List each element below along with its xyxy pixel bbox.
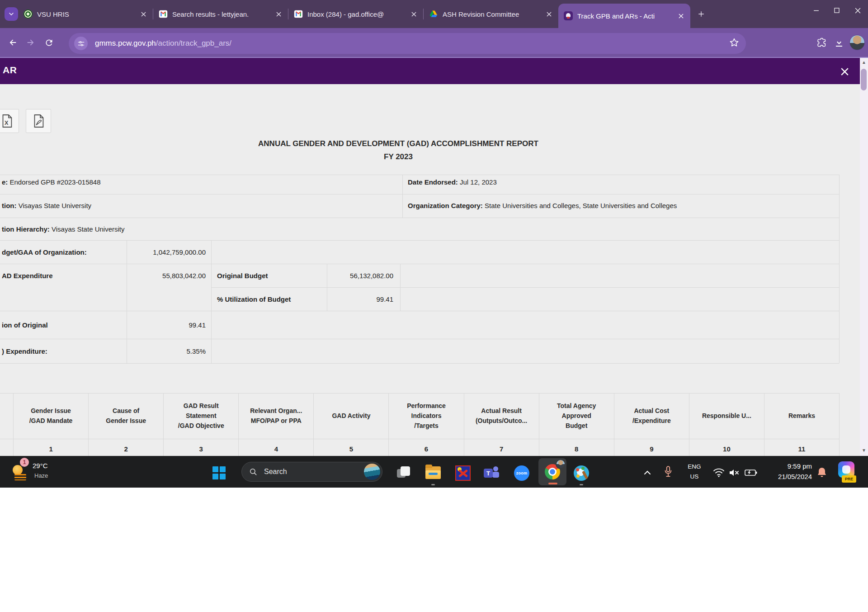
plus-icon (697, 10, 705, 18)
star-icon (729, 37, 740, 48)
modal-close-button[interactable] (837, 64, 852, 79)
divider (211, 240, 212, 363)
taskbar-search[interactable]: Search (241, 462, 382, 482)
divider (0, 311, 839, 311)
language-indicator[interactable]: ENG US (684, 462, 705, 481)
tab-close-icon[interactable] (274, 9, 283, 19)
url-path: /action/track_gpb_ars/ (156, 39, 231, 47)
tab-title: Search results - lettyjean. (172, 10, 270, 18)
search-placeholder: Search (264, 468, 287, 476)
column-number: 10 (689, 439, 764, 456)
downloads-button[interactable] (830, 33, 848, 52)
column-header: GAD Activity (313, 394, 388, 439)
tab-close-icon[interactable] (138, 9, 148, 19)
tab-search-results[interactable]: Search results - lettyjean. (153, 4, 288, 24)
url-domain: gmms.pcw.gov.ph (95, 39, 156, 47)
column-header: Cause of Gender Issue (88, 394, 163, 439)
divider (0, 194, 839, 195)
organization-hierarchy-label: tion Hierarchy: (2, 225, 50, 233)
minimize-button[interactable] (806, 0, 826, 21)
microphone-tray-icon[interactable] (662, 464, 675, 480)
tab-track-gpb-ars-active[interactable]: Track GPB and ARs - Acti (558, 4, 690, 28)
utilization-budget-label: % Utilization of Budget (217, 295, 291, 303)
page-scrollbar[interactable] (860, 58, 868, 456)
new-tab-button[interactable] (693, 6, 709, 22)
clock[interactable]: 9:59 pm 21/05/2024 (763, 461, 812, 482)
tab-search-button[interactable] (5, 7, 18, 21)
download-icon (834, 37, 844, 48)
tab-close-icon[interactable] (676, 11, 686, 21)
site-settings-icon[interactable] (74, 37, 88, 50)
microphone-icon (663, 465, 673, 479)
reload-button[interactable] (40, 33, 58, 52)
bell-icon (816, 467, 827, 479)
date-endorsed: Date Endorsed: Jul 12, 2023 (408, 178, 497, 186)
chrome-menu-button[interactable] (866, 33, 868, 52)
url-text[interactable]: gmms.pcw.gov.ph/action/track_gpb_ars/ (95, 39, 231, 48)
scrollbar-thumb[interactable] (861, 69, 867, 90)
search-icon (249, 468, 258, 476)
tab-inbox[interactable]: Inbox (284) - gad.office@ (288, 4, 423, 24)
forward-button[interactable] (22, 33, 40, 52)
column-number: 2 (88, 439, 163, 456)
weather-haze-icon[interactable] (12, 463, 30, 482)
tab-vsu-hris[interactable]: VSU HRIS (18, 4, 153, 24)
organization-hierarchy-value: Visayas State University (50, 225, 125, 233)
speaker-muted-icon (729, 468, 740, 477)
table-header-row: Gender Issue /GAD Mandate Cause of Gende… (13, 394, 840, 439)
column-header: Remarks (764, 394, 840, 439)
close-window-button[interactable] (847, 0, 868, 21)
notifications-button[interactable] (816, 466, 828, 479)
running-indicator (580, 484, 583, 485)
tray-overflow-chevron[interactable] (642, 469, 653, 477)
excel-file-icon: X (1, 114, 13, 128)
tab-ash-revision[interactable]: ASH Revision Committee (424, 4, 558, 24)
export-pdf-button[interactable] (26, 109, 51, 133)
tab-title: Track GPB and ARs - Acti (577, 12, 672, 20)
copilot-button[interactable]: PRE (837, 461, 857, 484)
weather-temperature[interactable]: 29°C (33, 462, 48, 470)
column-header: Gender Issue /GAD Mandate (13, 394, 88, 439)
column-number: 6 (388, 439, 463, 456)
utilization-original-value: 99.41 (122, 321, 206, 329)
window-controls (806, 0, 868, 28)
address-bar[interactable]: gmms.pcw.gov.ph/action/track_gpb_ars/ (69, 33, 746, 54)
export-excel-button[interactable]: X (0, 109, 19, 133)
file-explorer-icon[interactable] (425, 466, 441, 479)
x-painter-app-icon[interactable] (455, 465, 471, 481)
divider (402, 175, 403, 218)
organization-hierarchy: tion Hierarchy: Visayas State University (2, 225, 124, 233)
column-header: Performance Indicators /Targets (388, 394, 463, 439)
bookmark-star-button[interactable] (729, 37, 740, 50)
wifi-icon (713, 468, 725, 477)
profile-button[interactable] (848, 33, 866, 52)
microsoft-teams-icon[interactable]: T (484, 466, 500, 481)
organization-category: Organization Category: State Universitie… (408, 202, 677, 209)
date-endorsed-label: Date Endorsed: (408, 178, 458, 186)
organization-category-label: Organization Category: (408, 202, 483, 209)
column-header: Relevant Organ... MFO/PAP or PPA (238, 394, 313, 439)
tab-close-icon[interactable] (409, 9, 419, 19)
battery-tray-icon[interactable] (744, 469, 758, 477)
divider (400, 264, 401, 311)
zoom-app-icon[interactable]: zoom (514, 465, 529, 481)
divider (839, 175, 840, 240)
paint-app-icon[interactable] (574, 465, 589, 481)
organization-category-value: State Universities and Colleges, State U… (483, 202, 677, 209)
divider (127, 240, 127, 363)
report-title: ANNUAL GENDER AND DEVELOPMENT (GAD) ACCO… (0, 139, 797, 148)
column-number: 5 (313, 439, 388, 456)
start-button[interactable] (212, 466, 226, 480)
wifi-tray-icon[interactable] (712, 468, 725, 478)
utilization-budget-value: 99.41 (316, 295, 393, 303)
scrollbar-up-arrow[interactable]: ▲ (860, 58, 868, 67)
scrollbar-down-arrow[interactable]: ▼ (860, 446, 868, 455)
bing-daily-image[interactable] (364, 464, 380, 480)
maximize-button[interactable] (826, 0, 847, 21)
volume-muted-tray-icon[interactable] (728, 468, 741, 478)
task-view-icon-front[interactable] (401, 466, 410, 476)
extensions-button[interactable] (812, 33, 830, 52)
tab-close-icon[interactable] (544, 9, 554, 19)
reload-icon (44, 38, 54, 47)
back-button[interactable] (4, 33, 22, 52)
